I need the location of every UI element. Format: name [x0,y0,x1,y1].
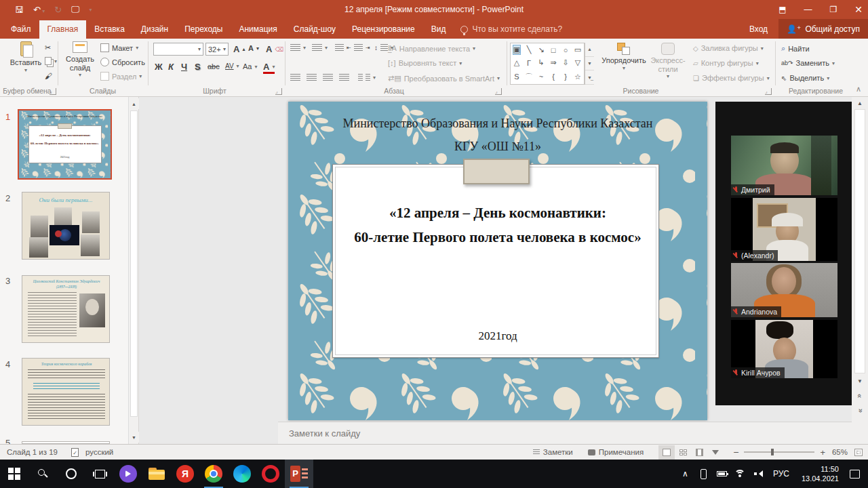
tab-review[interactable]: Рецензирование [344,20,423,39]
tab-slideshow[interactable]: Слайд-шоу [285,20,344,39]
drawing-dialog-launcher[interactable]: ⌟ [765,88,772,95]
video-tile-andrianova[interactable]: Andrianova [731,263,837,317]
arrange-button[interactable]: Упорядочить▾ [599,43,648,71]
slide-canvas[interactable]: Министерство Образования и Науки Республ… [288,102,707,420]
editor-scrollbar[interactable]: ▲ ▼ « « [852,97,868,444]
yandex-alice-button[interactable] [114,460,142,488]
paragraph-dialog-launcher[interactable]: ⌟ [495,88,502,95]
quick-styles-button[interactable]: Экспресс-стили▾ [648,43,688,79]
zoom-in-icon[interactable]: + [820,447,825,458]
scroll-up-icon[interactable]: ▲ [852,97,868,109]
taskbar-clock[interactable]: 11:50 13.04.2021 [795,464,846,484]
sign-in-link[interactable]: Вход [738,24,778,34]
comments-toggle[interactable]: Примечания [588,448,644,456]
font-name-combo[interactable]: ▾ [153,43,203,56]
cortana-button[interactable] [57,460,85,488]
slide-sorter-view-icon[interactable] [675,445,691,460]
decrease-indent-button[interactable]: ⇤ [335,44,351,52]
action-center-icon[interactable] [846,460,864,488]
thumbnails-scrollbar[interactable]: ▲ ▼ [128,97,138,444]
taskbar-search-button[interactable] [28,460,57,488]
numbering-button[interactable]: ▾ [312,44,328,52]
cut-button[interactable]: ✂ [45,43,51,52]
start-button[interactable] [0,460,28,488]
replace-button[interactable]: ab↷Заменить▾ [781,59,835,67]
strikethrough-button[interactable]: abc [208,62,220,70]
collapse-ribbon-button[interactable]: ∧ [856,85,861,94]
tray-expand-icon[interactable]: ∧ [676,460,694,488]
copy-button[interactable]: ▾ [45,57,57,65]
share-button[interactable]: 👤⁺ Общий доступ [778,19,868,39]
columns-button[interactable]: ▾ [358,74,376,81]
scroll-down-icon[interactable]: ▼ [852,375,868,387]
tab-transitions[interactable]: Переходы [176,20,231,39]
section-button[interactable]: Раздел▾ [100,72,142,81]
previous-slide-icon[interactable]: « [854,388,866,404]
undo-icon[interactable]: ↶ ▾ [33,5,45,15]
increase-indent-button[interactable]: ⇥ [354,44,370,52]
tab-file[interactable]: Файл [3,20,39,39]
reading-view-icon[interactable] [691,445,707,460]
volume-icon[interactable] [749,460,768,488]
shapes-gallery[interactable]: ▣╲↘□○▭△Г↳⇒⇩▽S⌒~{}☆ [510,43,585,85]
convert-smartart-button[interactable]: ⇄▤Преобразовать в SmartArt▾ [388,74,500,83]
video-tile-alexandr[interactable]: (Alexandr) [731,198,837,261]
notes-pane[interactable]: Заметки к слайду [278,422,868,444]
align-center-button[interactable] [307,74,317,81]
paste-button[interactable]: Вставить▾ [8,41,43,73]
layout-button[interactable]: Макет▾ [100,43,138,52]
text-shadow-button[interactable]: S [195,62,201,72]
wifi-icon[interactable] [731,460,749,488]
shape-outline-button[interactable]: ▱Контур фигуры▾ [693,59,759,67]
underline-button[interactable]: Ч [181,62,187,72]
zoom-out-icon[interactable]: − [733,447,738,458]
format-painter-button[interactable]: 🖌 [45,72,52,80]
battery-icon[interactable] [713,460,731,488]
spellcheck-icon[interactable]: ✓ [71,448,79,457]
edge-button[interactable] [228,460,256,488]
shape-fill-button[interactable]: ◇Заливка фигуры▾ [693,44,764,52]
zoom-slider[interactable] [744,451,814,453]
phone-icon[interactable] [694,460,713,488]
tab-home[interactable]: Главная [39,20,87,39]
justify-button[interactable] [339,74,349,81]
language-indicator[interactable]: русский [85,448,113,456]
notes-toggle[interactable]: Заметки [533,448,573,456]
new-slide-button[interactable]: Создать слайд▾ [62,41,98,78]
save-icon[interactable]: 🖫 [15,5,24,15]
bullets-button[interactable]: ▾ [290,44,306,52]
restore-icon[interactable]: ❐ [830,5,837,14]
italic-button[interactable]: К [168,62,174,72]
task-view-button[interactable] [85,460,114,488]
align-text-button[interactable]: [↕]Выровнять текст▾ [388,59,462,67]
find-button[interactable]: ⌕Найти [781,44,810,53]
tab-insert[interactable]: Вставка [86,20,133,39]
redo-icon[interactable]: ↻ [54,5,62,15]
thumbnail-slide-4[interactable]: Теория космического корабля [22,358,110,426]
select-button[interactable]: ⇖Выделить▾ [781,74,829,82]
tab-design[interactable]: Дизайн [133,20,176,39]
tab-view[interactable]: Вид [423,20,454,39]
grow-font-button[interactable]: A▴ [233,44,245,54]
language-switch[interactable]: РУС [768,460,795,488]
tell-me-box[interactable]: Что вы хотите сделать? [454,20,569,39]
font-dialog-launcher[interactable]: ⌟ [275,88,282,95]
character-spacing-button[interactable]: AV▾ [225,62,239,70]
reset-button[interactable]: Сбросить [100,58,145,66]
font-color-button[interactable]: А▾ [263,62,275,74]
tab-animations[interactable]: Анимация [231,20,285,39]
bold-button[interactable]: Ж [155,62,163,72]
thumbnail-slide-1[interactable]: Министерство Образования и Науки Республ… [18,109,112,180]
video-tile-dmitriy[interactable]: Дмитрий [731,136,837,195]
powerpoint-taskbar-button[interactable]: P [285,460,313,488]
minimize-icon[interactable]: — [804,5,812,14]
shape-effects-button[interactable]: ❏Эффекты фигуры▾ [693,74,770,82]
close-icon[interactable]: ✕ [854,4,863,15]
align-right-button[interactable] [323,74,333,81]
next-slide-icon[interactable]: « [854,403,866,419]
start-slideshow-icon[interactable]: 🖵 [71,4,80,15]
qat-customize-icon[interactable]: ▾ [90,7,92,13]
normal-view-icon[interactable] [658,445,675,460]
font-size-combo[interactable]: 32+▾ [205,43,229,56]
zoom-level[interactable]: 65% [832,448,848,456]
